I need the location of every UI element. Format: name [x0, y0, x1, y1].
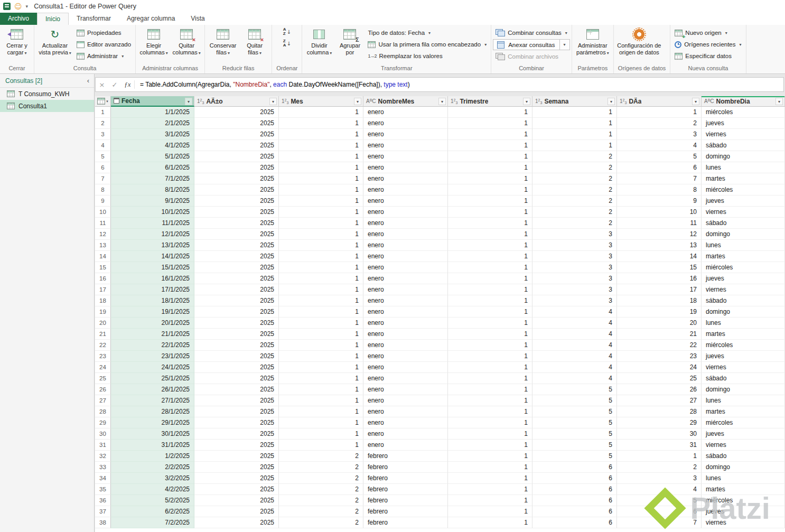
cell-Mes[interactable]: 1	[279, 173, 363, 184]
cell-NombreDia[interactable]: miércoles	[702, 417, 785, 428]
cell-Mes[interactable]: 1	[279, 395, 363, 406]
cell-Mes[interactable]: 2	[279, 517, 363, 528]
cell-Fecha[interactable]: 10/1/2025	[111, 207, 194, 218]
cell-DÃa[interactable]: 26	[617, 384, 702, 395]
cell-NombreDia[interactable]: sábado	[702, 295, 785, 306]
propiedades-button[interactable]: Propiedades	[74, 27, 134, 39]
cell-Mes[interactable]: 1	[279, 240, 363, 251]
cell-Trimestre[interactable]: 1	[448, 284, 532, 295]
cell-DÃa[interactable]: 20	[617, 318, 702, 329]
row-number[interactable]: 36	[95, 495, 111, 506]
row-number[interactable]: 10	[95, 207, 111, 218]
cell-DÃa[interactable]: 7	[617, 173, 702, 184]
cell-NombreDia[interactable]: domingo	[702, 306, 785, 318]
filter-button[interactable]: ▾	[775, 98, 783, 105]
cell-NombreMes[interactable]: enero	[363, 362, 448, 373]
cell-Trimestre[interactable]: 1	[448, 384, 532, 395]
cell-Semana[interactable]: 2	[532, 162, 617, 173]
cell-DÃa[interactable]: 1	[617, 451, 702, 462]
cell-DÃa[interactable]: 2	[617, 462, 702, 473]
cell-NombreDia[interactable]: jueves	[702, 428, 785, 440]
cell-Trimestre[interactable]: 1	[448, 451, 532, 462]
row-number[interactable]: 31	[95, 440, 111, 451]
cell-NombreMes[interactable]: enero	[363, 195, 448, 207]
cell-Mes[interactable]: 1	[279, 417, 363, 428]
cell-AÃ±o[interactable]: 2025	[194, 151, 279, 162]
cell-Semana[interactable]: 5	[532, 417, 617, 428]
cell-NombreDia[interactable]: martes	[702, 406, 785, 417]
cell-Fecha[interactable]: 24/1/2025	[111, 362, 194, 373]
row-number[interactable]: 15	[95, 262, 111, 273]
row-number[interactable]: 19	[95, 306, 111, 318]
cell-NombreDia[interactable]: sábado	[702, 140, 785, 151]
anexar-consultas-dropdown[interactable]: ▾	[559, 40, 567, 50]
filter-button[interactable]: ▾	[269, 98, 277, 105]
cell-NombreDia[interactable]: jueves	[702, 118, 785, 129]
cell-AÃ±o[interactable]: 2025	[194, 229, 279, 240]
cell-Trimestre[interactable]: 1	[448, 395, 532, 406]
cell-NombreDia[interactable]: viernes	[702, 129, 785, 140]
cell-Fecha[interactable]: 2/2/2025	[111, 462, 194, 473]
cell-Trimestre[interactable]: 1	[448, 440, 532, 451]
cell-Semana[interactable]: 1	[532, 118, 617, 129]
cell-DÃa[interactable]: 30	[617, 428, 702, 440]
cell-NombreMes[interactable]: enero	[363, 240, 448, 251]
quick-access-dropdown-icon[interactable]: ▾	[26, 4, 29, 9]
cell-NombreDia[interactable]: lunes	[702, 473, 785, 484]
row-number[interactable]: 32	[95, 451, 111, 462]
cell-Semana[interactable]: 4	[532, 362, 617, 373]
cell-Fecha[interactable]: 25/1/2025	[111, 373, 194, 384]
cell-NombreDia[interactable]: miércoles	[702, 184, 785, 195]
cell-AÃ±o[interactable]: 2025	[194, 129, 279, 140]
cell-Semana[interactable]: 3	[532, 273, 617, 284]
cell-NombreMes[interactable]: febrero	[363, 517, 448, 528]
row-number[interactable]: 3	[95, 129, 111, 140]
cell-Mes[interactable]: 1	[279, 384, 363, 395]
cell-Semana[interactable]: 4	[532, 373, 617, 384]
cell-DÃa[interactable]: 16	[617, 273, 702, 284]
editor-avanzado-button[interactable]: Editor avanzado	[74, 39, 134, 50]
cell-NombreDia[interactable]: martes	[702, 329, 785, 340]
cell-Mes[interactable]: 1	[279, 262, 363, 273]
cell-Fecha[interactable]: 7/2/2025	[111, 517, 194, 528]
cell-NombreMes[interactable]: febrero	[363, 462, 448, 473]
column-header-Semana[interactable]: 123Semana▾	[532, 96, 617, 107]
table-select-all-button[interactable]: ▾	[95, 96, 111, 107]
cell-DÃa[interactable]: 31	[617, 440, 702, 451]
cell-NombreMes[interactable]: enero	[363, 107, 448, 118]
cell-Trimestre[interactable]: 1	[448, 417, 532, 428]
cell-AÃ±o[interactable]: 2025	[194, 218, 279, 229]
cell-Semana[interactable]: 2	[532, 184, 617, 195]
cell-Mes[interactable]: 1	[279, 129, 363, 140]
row-number[interactable]: 14	[95, 251, 111, 262]
row-number[interactable]: 11	[95, 218, 111, 229]
combinar-consultas-button[interactable]: Combinar consultas ▾	[493, 27, 570, 39]
cell-AÃ±o[interactable]: 2025	[194, 207, 279, 218]
cell-DÃa[interactable]: 27	[617, 395, 702, 406]
cell-Mes[interactable]: 1	[279, 184, 363, 195]
cell-Semana[interactable]: 6	[532, 462, 617, 473]
cell-Trimestre[interactable]: 1	[448, 218, 532, 229]
cell-NombreDia[interactable]: jueves	[702, 351, 785, 362]
column-header-NombreMes[interactable]: ABCNombreMes▾	[363, 96, 448, 107]
cell-Trimestre[interactable]: 1	[448, 184, 532, 195]
cell-AÃ±o[interactable]: 2025	[194, 284, 279, 295]
cell-NombreDia[interactable]: martes	[702, 173, 785, 184]
cell-Mes[interactable]: 1	[279, 251, 363, 262]
cell-NombreMes[interactable]: enero	[363, 351, 448, 362]
filter-button[interactable]: ▾	[608, 98, 615, 105]
cell-AÃ±o[interactable]: 2025	[194, 118, 279, 129]
cell-Semana[interactable]: 6	[532, 473, 617, 484]
especificar-datos-button[interactable]: Especificar datos	[672, 50, 744, 62]
cell-AÃ±o[interactable]: 2025	[194, 162, 279, 173]
cell-DÃa[interactable]: 3	[617, 129, 702, 140]
cell-AÃ±o[interactable]: 2025	[194, 462, 279, 473]
cell-NombreDia[interactable]: lunes	[702, 395, 785, 406]
cell-Semana[interactable]: 3	[532, 251, 617, 262]
cell-NombreDia[interactable]: jueves	[702, 506, 785, 517]
cell-DÃa[interactable]: 23	[617, 351, 702, 362]
cell-Mes[interactable]: 2	[279, 506, 363, 517]
cell-NombreDia[interactable]: domingo	[702, 384, 785, 395]
cell-Trimestre[interactable]: 1	[448, 306, 532, 318]
confirm-formula-button[interactable]: ✓	[108, 81, 121, 89]
